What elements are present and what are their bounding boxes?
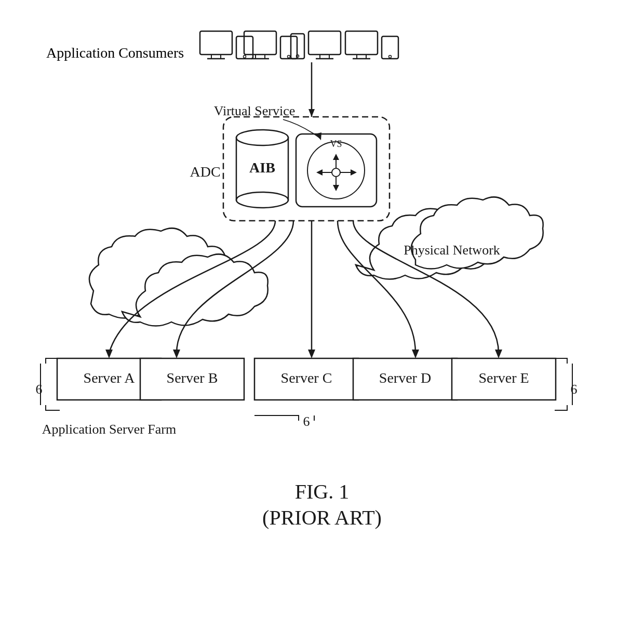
- server-b-label: Server B: [167, 370, 218, 386]
- virtual-service-label: Virtual Service: [214, 103, 296, 118]
- svg-rect-15: [345, 31, 378, 55]
- arrow-server-e: [495, 350, 502, 358]
- arrow-to-adc: [308, 109, 315, 117]
- device-group-3: [291, 31, 341, 59]
- adc-label: ADC: [190, 164, 220, 180]
- ref-6-right-label: 6: [571, 382, 578, 397]
- server-c-label: Server C: [281, 370, 332, 386]
- server-d-label: Server D: [379, 370, 431, 386]
- diagram-svg: AIB VS: [0, 0, 644, 644]
- ref-6-bottom-label: 6: [303, 414, 310, 429]
- aib-cylinder-bottom: [236, 192, 288, 208]
- vs-small-label: VS: [330, 139, 342, 149]
- app-server-farm-label: Application Server Farm: [42, 422, 177, 437]
- arrow-server-b: [173, 350, 180, 358]
- svg-point-4: [244, 56, 246, 58]
- svg-point-9: [288, 56, 290, 58]
- server-e-label: Server E: [478, 370, 529, 386]
- svg-rect-5: [244, 31, 276, 55]
- arrow-server-a: [105, 350, 113, 358]
- device-group-2: [244, 31, 297, 59]
- aib-cylinder-top: [236, 130, 288, 145]
- ref-6-left-label: 6: [36, 382, 43, 397]
- right-cloud: [356, 197, 543, 279]
- svg-rect-0: [200, 31, 232, 55]
- arrow-server-d: [412, 350, 419, 358]
- arrow-server-c: [308, 350, 315, 358]
- device-group-4: [345, 31, 398, 59]
- svg-point-19: [389, 56, 392, 58]
- physical-network-label: Physical Network: [404, 243, 500, 258]
- prior-art-label: (PRIOR ART): [262, 506, 382, 529]
- fig-label: FIG. 1: [295, 480, 349, 503]
- server-a-label: Server A: [84, 370, 136, 386]
- diagram-container: Application Consumers: [0, 0, 644, 644]
- aib-label: AIB: [249, 159, 275, 176]
- svg-rect-12: [308, 31, 341, 55]
